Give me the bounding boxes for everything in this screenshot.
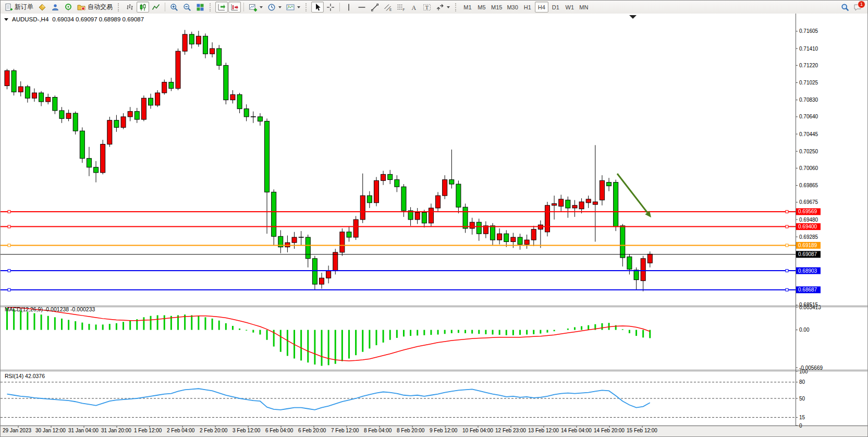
new-order-button[interactable]: 新订单	[2, 2, 35, 13]
vertical-line-button[interactable]	[343, 2, 355, 13]
candlestick-chart-button[interactable]	[137, 2, 149, 13]
channel-button[interactable]: E	[382, 2, 394, 13]
bar-chart-button[interactable]	[124, 2, 136, 13]
dropdown-caret-icon	[260, 6, 263, 8]
timeframe-m15[interactable]: M15	[489, 2, 504, 13]
timeframe-h1[interactable]: H1	[521, 2, 534, 13]
pointer-button[interactable]	[311, 2, 324, 13]
template-button[interactable]	[284, 2, 302, 13]
horizontal-line-button[interactable]	[356, 2, 368, 13]
autotrading-icon	[77, 3, 85, 11]
text-button[interactable]: A	[408, 2, 420, 13]
svg-text:0.70640: 0.70640	[799, 114, 818, 119]
toolbar-right-cluster: 1	[841, 3, 866, 11]
zoom-out-icon	[183, 3, 191, 11]
text-icon: A	[410, 3, 418, 11]
trendline-icon	[371, 3, 379, 11]
alerts-button[interactable]	[62, 2, 75, 13]
tile-windows-icon	[196, 3, 204, 11]
new-chart-icon	[249, 3, 257, 11]
svg-text:15 Feb 12:00: 15 Feb 12:00	[627, 428, 657, 433]
timeframe-d1[interactable]: D1	[549, 2, 563, 13]
timeframe-label: D1	[552, 4, 559, 10]
svg-text:7 Feb 12:00: 7 Feb 12:00	[331, 428, 359, 433]
main-toolbar: 新订单 自动交易	[1, 1, 867, 14]
text-label-button[interactable]: T	[421, 2, 433, 13]
tile-windows-button[interactable]	[194, 2, 206, 13]
svg-text:2 Feb 20:00: 2 Feb 20:00	[200, 428, 228, 433]
search-icon[interactable]	[841, 3, 849, 11]
timeframe-w1[interactable]: W1	[563, 2, 577, 13]
notification-badge: 1	[858, 1, 865, 8]
svg-text:80: 80	[799, 379, 805, 385]
toolbar-separator	[243, 3, 244, 11]
timeframe-m30[interactable]: M30	[505, 2, 520, 13]
timeframe-label: H4	[538, 4, 545, 10]
svg-text:30 Jan 12:00: 30 Jan 12:00	[35, 428, 66, 433]
line-chart-button[interactable]	[150, 2, 162, 13]
market-watch-button[interactable]	[49, 2, 62, 13]
chart-canvas[interactable]: 0.695690.694000.691890.690870.689030.686…	[1, 14, 868, 437]
svg-text:0.70250: 0.70250	[799, 149, 818, 154]
svg-text:E: E	[389, 8, 392, 11]
svg-text:13 Feb 12:00: 13 Feb 12:00	[528, 428, 559, 433]
dropdown-caret-icon	[297, 6, 300, 8]
arrows-button[interactable]	[434, 2, 452, 13]
clock-icon	[267, 3, 276, 11]
autotrading-label: 自动交易	[88, 3, 113, 11]
template-icon	[286, 3, 295, 11]
svg-text:0.69569: 0.69569	[798, 209, 817, 214]
new-order-label: 新订单	[15, 3, 33, 11]
timeframe-m1[interactable]: M1	[461, 2, 474, 13]
pointer-icon	[313, 3, 322, 11]
svg-text:0.70830: 0.70830	[799, 97, 818, 103]
chart-ohlc-values: 0.69034 0.69097 0.68989 0.69087	[52, 16, 144, 22]
zoom-out-button[interactable]	[181, 2, 193, 13]
dropdown-caret-icon	[278, 6, 282, 8]
chart-shift-icon	[230, 3, 239, 11]
svg-text:14 Feb 04:00: 14 Feb 04:00	[561, 428, 592, 433]
crosshair-button[interactable]	[324, 2, 337, 13]
autoscroll-button[interactable]	[215, 2, 228, 13]
trendline-button[interactable]	[369, 2, 381, 13]
toolbar-grip	[118, 3, 120, 11]
svg-text:0.70445: 0.70445	[799, 131, 818, 137]
svg-text:8 Feb 20:00: 8 Feb 20:00	[397, 428, 425, 433]
svg-text:0.71605: 0.71605	[799, 28, 818, 34]
svg-text:6 Feb 04:00: 6 Feb 04:00	[265, 428, 294, 433]
svg-text:0.69675: 0.69675	[799, 199, 818, 205]
toolbar-grip	[455, 3, 458, 11]
svg-text:1 Feb 12:00: 1 Feb 12:00	[134, 428, 162, 433]
svg-text:31 Jan 04:00: 31 Jan 04:00	[68, 428, 99, 433]
timeframe-label: H1	[524, 4, 531, 10]
autotrading-button[interactable]: 自动交易	[75, 2, 115, 13]
notifications-button[interactable]: 1	[853, 3, 862, 11]
svg-text:8 Feb 04:00: 8 Feb 04:00	[364, 428, 392, 433]
svg-text:0.69189: 0.69189	[798, 242, 817, 248]
crosshair-icon	[326, 3, 335, 11]
svg-text:29 Jan 2023: 29 Jan 2023	[3, 428, 31, 433]
svg-text:A: A	[412, 4, 417, 11]
svg-text:F: F	[403, 8, 405, 11]
fib-retracement-button[interactable]: F	[395, 2, 407, 13]
svg-text:0.69087: 0.69087	[798, 251, 817, 257]
channel-icon: E	[384, 3, 392, 11]
timeframe-label: W1	[566, 4, 574, 10]
svg-text:6 Feb 20:00: 6 Feb 20:00	[298, 428, 326, 433]
timeframe-mn[interactable]: MN	[577, 2, 591, 13]
timeframe-h4[interactable]: H4	[535, 2, 548, 13]
zoom-in-icon	[170, 3, 178, 11]
chart-shift-button[interactable]	[228, 2, 241, 13]
new-chart-button[interactable]	[247, 2, 265, 13]
zoom-in-button[interactable]	[168, 2, 180, 13]
svg-text:T: T	[425, 4, 429, 10]
timeframe-m5[interactable]: M5	[475, 2, 488, 13]
timeframe-label: M15	[491, 4, 502, 10]
chart-menu-icon[interactable]	[4, 18, 8, 21]
clock-button[interactable]	[265, 2, 284, 13]
svg-text:9 Feb 12:00: 9 Feb 12:00	[430, 428, 458, 433]
new-order-icon	[4, 3, 13, 11]
svg-text:0.69480: 0.69480	[799, 217, 818, 223]
toolbar-separator	[165, 3, 165, 11]
profiles-button[interactable]	[36, 2, 48, 13]
